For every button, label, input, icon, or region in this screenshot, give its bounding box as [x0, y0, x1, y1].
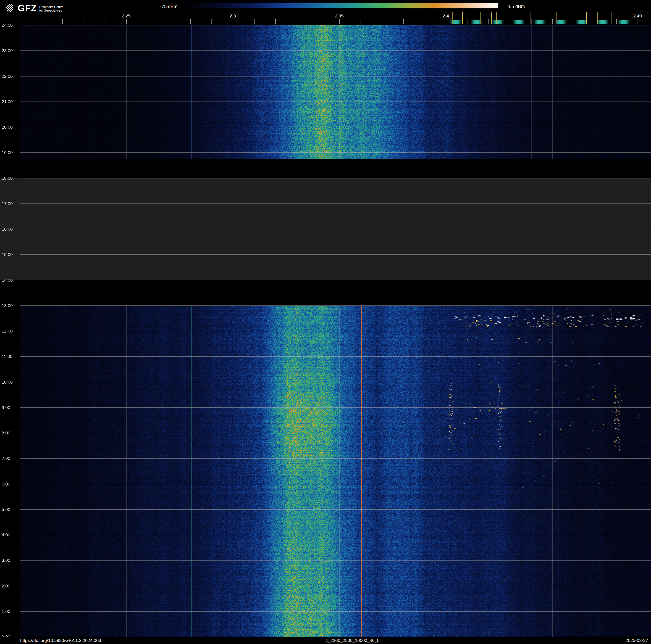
teal-activity-tick: [486, 20, 486, 24]
teal-activity-tick: [616, 20, 616, 24]
teal-activity-tick: [446, 20, 446, 24]
teal-activity-tick: [517, 20, 518, 24]
freq-gridline: [126, 305, 127, 637]
time-label: 2:00: [2, 583, 10, 588]
teal-activity-tick: [470, 20, 470, 24]
freq-minor-tick: [638, 19, 638, 24]
dataset-label: 1_2200_2500_10000_40_0: [326, 638, 379, 643]
teal-activity-tick: [555, 20, 555, 24]
teal-activity-tick: [562, 20, 563, 24]
freq-minor-tick: [339, 19, 340, 24]
teal-activity-tick: [536, 20, 536, 24]
teal-activity-tick: [601, 20, 602, 24]
teal-activity-tick: [507, 20, 507, 24]
spectrogram-monitor-page: GFZ Helmholtz Centre for Geosciences -75…: [0, 0, 651, 644]
teal-activity-tick: [564, 20, 565, 24]
teal-activity-tick: [626, 20, 627, 24]
hour-gridline: [20, 76, 651, 77]
teal-activity-tick: [499, 20, 500, 24]
teal-activity-tick: [511, 20, 512, 24]
time-label: 22:00: [2, 74, 13, 79]
teal-activity-tick: [475, 20, 476, 24]
teal-activity-tick: [603, 20, 604, 24]
freq-minor-tick: [233, 19, 233, 24]
teal-activity-tick: [456, 20, 457, 24]
teal-activity-tick: [579, 20, 580, 24]
teal-activity-tick: [531, 20, 531, 24]
teal-activity-tick: [467, 20, 467, 24]
teal-activity-tick: [521, 20, 522, 24]
teal-activity-tick: [463, 20, 463, 24]
teal-activity-tick: [449, 20, 450, 24]
teal-activity-tick: [540, 20, 541, 24]
time-label: 6:00: [2, 481, 10, 487]
teal-activity-tick: [453, 20, 454, 24]
doi-link[interactable]: https://doi.org/10.5880/GFZ.1.2.2024.003: [20, 638, 101, 643]
hour-gridline: [20, 433, 651, 433]
teal-activity-tick: [484, 20, 484, 24]
teal-activity-tick: [483, 20, 483, 24]
teal-activity-tick: [629, 20, 630, 24]
time-label: 12:00: [2, 328, 13, 333]
yellow-activity-tick: [546, 12, 546, 24]
channel-marker-line: [191, 305, 192, 637]
teal-activity-tick: [592, 20, 592, 24]
time-label: 1:00: [2, 609, 10, 614]
teal-activity-tick: [576, 20, 577, 24]
teal-activity-tick: [559, 20, 560, 24]
hour-gridline: [20, 51, 651, 51]
yellow-activity-tick: [496, 12, 497, 24]
teal-activity-tick: [520, 20, 521, 24]
hour-gridline: [20, 586, 651, 586]
hour-gridline: [20, 356, 651, 357]
time-label: 24:00: [2, 23, 13, 28]
freq-minor-tick: [297, 19, 297, 24]
time-label: 19:00: [2, 150, 13, 155]
freq-minor-tick: [382, 19, 382, 24]
teal-activity-tick: [541, 20, 542, 24]
teal-activity-tick: [503, 20, 504, 24]
hour-gridline: [20, 560, 651, 561]
freq-gridline: [552, 25, 553, 159]
freq-minor-tick: [403, 19, 404, 24]
teal-activity-tick: [558, 20, 559, 24]
teal-activity-tick: [586, 20, 586, 24]
channel-marker-line: [531, 25, 532, 159]
teal-activity-tick: [570, 20, 570, 24]
teal-activity-tick: [572, 20, 572, 24]
colorbar-gradient: [181, 3, 498, 8]
yellow-activity-tick: [597, 12, 598, 24]
teal-activity-tick: [628, 20, 629, 24]
time-label: 17:00: [2, 201, 13, 206]
teal-activity-tick: [508, 20, 508, 24]
freq-minor-tick: [616, 19, 617, 24]
teal-activity-tick: [563, 20, 564, 24]
teal-activity-tick: [500, 20, 501, 24]
channel-marker-line: [361, 305, 362, 637]
freq-gridline: [339, 305, 340, 637]
teal-activity-tick: [505, 20, 505, 24]
gfz-logo-icon: [5, 3, 15, 13]
teal-activity-tick: [468, 20, 468, 24]
time-label: 21:00: [2, 99, 13, 104]
time-label: 11:00: [2, 354, 12, 359]
teal-activity-tick: [527, 20, 527, 24]
time-label: 16:00: [2, 227, 13, 232]
teal-activity-tick: [588, 20, 588, 24]
teal-activity-tick: [476, 20, 477, 24]
time-label: 5:00: [2, 507, 10, 512]
teal-activity-tick: [607, 20, 607, 24]
hour-gridline: [20, 331, 651, 331]
teal-activity-tick: [497, 20, 498, 24]
teal-activity-tick: [494, 20, 495, 24]
hour-gridline: [20, 25, 651, 25]
teal-activity-tick: [459, 20, 459, 24]
teal-activity-tick: [600, 20, 600, 24]
freq-tick-label: 2.35: [329, 13, 350, 19]
yellow-activity-tick: [466, 12, 466, 24]
teal-activity-tick: [537, 20, 537, 24]
teal-activity-tick: [589, 20, 589, 24]
teal-activity-tick: [548, 20, 548, 24]
yellow-activity-tick: [513, 12, 513, 24]
freq-gridline: [446, 305, 446, 637]
